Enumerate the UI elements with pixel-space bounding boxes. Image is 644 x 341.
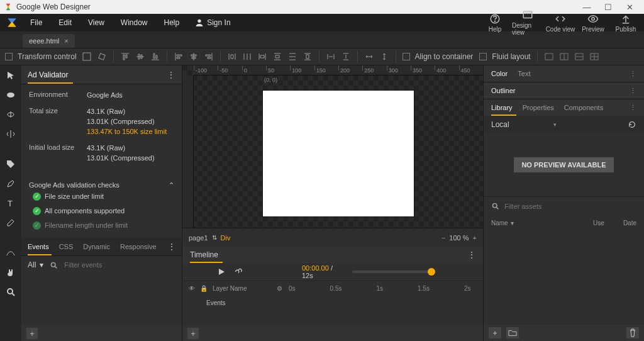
tab-css[interactable]: CSS (59, 243, 74, 250)
zoom-in-button[interactable]: + (473, 234, 477, 242)
menu-edit[interactable]: Edit (51, 18, 79, 27)
loop-button[interactable] (234, 268, 243, 276)
zoom-out-button[interactable]: − (441, 234, 445, 242)
match-height-icon[interactable] (379, 52, 389, 62)
align-top-icon[interactable] (120, 52, 130, 62)
menu-file[interactable]: File (23, 18, 50, 27)
chevron-up-icon: ⌃ (169, 181, 174, 189)
slider-knob[interactable] (428, 268, 435, 276)
menu-help[interactable]: Help (157, 18, 187, 27)
color-menu-icon[interactable]: ⋮ (630, 70, 636, 78)
file-tab[interactable]: eeee.html × (23, 34, 75, 48)
match-width-icon[interactable] (364, 52, 374, 62)
col-use[interactable]: Use (593, 220, 604, 226)
visibility-icon[interactable]: 👁 (189, 285, 195, 292)
distribute-v3-icon[interactable] (303, 52, 313, 62)
tab-components[interactable]: Components (564, 104, 603, 111)
close-window-button[interactable]: ✕ (619, 3, 640, 12)
fluid-layout-checkbox[interactable] (479, 53, 487, 60)
zoom-tool[interactable] (4, 286, 17, 298)
distribute-v2-icon[interactable] (287, 52, 297, 62)
tag-tool[interactable] (4, 158, 17, 170)
tab-properties[interactable]: Properties (523, 104, 554, 111)
play-button[interactable] (218, 268, 225, 276)
preview-button[interactable]: Preview (577, 13, 609, 33)
responsive-4-icon[interactable] (589, 52, 599, 62)
chevron-down-icon[interactable]: ▾ (553, 121, 557, 128)
gear-icon[interactable]: ⚙ (277, 285, 282, 292)
col-name[interactable]: Name (491, 220, 508, 226)
tab-color[interactable]: Color (491, 70, 508, 77)
checks-header[interactable]: Google Ads validation checks ⌃ (29, 181, 174, 189)
close-tab-icon[interactable]: × (64, 37, 68, 45)
transform-rotate-icon[interactable] (97, 52, 107, 62)
page-selector[interactable]: page1 ⇅ Div (189, 234, 230, 242)
transform-checkbox[interactable] (5, 53, 13, 60)
motion-path-tool[interactable] (4, 247, 17, 259)
canvas-viewport[interactable]: -100 -50 0 50 100 150 200 250 300 350 40… (182, 65, 483, 228)
align-vcenter-icon[interactable] (135, 52, 145, 62)
left-lower-menu-icon[interactable]: ⋮ (168, 242, 175, 251)
align-bottom-icon[interactable] (150, 52, 160, 62)
selection-tool[interactable] (4, 69, 17, 82)
responsive-3-icon[interactable] (574, 52, 584, 62)
sort-desc-icon[interactable]: ▾ (511, 220, 514, 226)
events-filter-dropdown[interactable]: All ▾ (28, 260, 43, 269)
distribute-v1-icon[interactable] (272, 52, 282, 62)
spacing-v-icon[interactable] (341, 52, 351, 62)
distribute-h2-icon[interactable] (242, 52, 252, 62)
design-view-button[interactable]: Design view (512, 9, 543, 36)
tab-events[interactable]: Events (28, 243, 49, 250)
pen-tool[interactable] (4, 177, 17, 190)
spacing-h-icon[interactable] (326, 52, 336, 62)
distribute-h3-icon[interactable] (257, 52, 267, 62)
ad-validator-menu-icon[interactable]: ⋮ (167, 70, 175, 80)
3d-rotate-tool[interactable] (4, 108, 17, 121)
menu-window[interactable]: Window (113, 18, 155, 27)
minimize-button[interactable]: — (576, 3, 597, 12)
outliner-title[interactable]: Outliner (491, 87, 516, 94)
paint-tool[interactable] (4, 216, 17, 229)
ellipse-tool[interactable] (4, 89, 17, 101)
new-folder-button[interactable] (506, 327, 519, 338)
outliner-menu-icon[interactable]: ⋮ (630, 87, 636, 95)
add-event-button[interactable]: ＋ (26, 328, 38, 339)
tab-text[interactable]: Text (518, 70, 530, 77)
distribute-h1-icon[interactable] (227, 52, 237, 62)
tab-responsive[interactable]: Responsive (120, 243, 156, 250)
align-hcenter-icon[interactable] (189, 52, 199, 62)
transform-corners-icon[interactable] (82, 52, 92, 62)
timeline-zoom-slider[interactable] (352, 271, 435, 273)
library-menu-icon[interactable]: ⋮ (630, 104, 636, 112)
timeline-row-label: Events (189, 299, 283, 306)
sign-in-button[interactable]: Sign In (188, 18, 236, 28)
align-left-icon[interactable] (174, 52, 184, 62)
lock-icon[interactable]: 🔒 (200, 285, 208, 292)
add-asset-button[interactable]: ＋ (489, 327, 501, 338)
asset-filter-input[interactable] (504, 203, 636, 210)
library-source-label[interactable]: Local (491, 120, 509, 129)
delete-asset-button[interactable] (626, 327, 639, 338)
col-date[interactable]: Date (623, 220, 636, 226)
publish-button[interactable]: Publish (610, 13, 641, 33)
tab-library[interactable]: Library (491, 104, 513, 111)
responsive-1-icon[interactable] (544, 52, 554, 62)
events-filter-input[interactable] (64, 261, 175, 269)
text-tool[interactable]: T (4, 197, 17, 210)
timeline-row[interactable]: Events (182, 296, 483, 310)
tab-dynamic[interactable]: Dynamic (83, 243, 110, 250)
flip-tool[interactable] (4, 128, 17, 140)
stage[interactable] (263, 91, 414, 216)
maximize-button[interactable]: ☐ (597, 3, 619, 12)
align-container-checkbox[interactable] (402, 53, 410, 60)
breadcrumb-div[interactable]: Div (221, 234, 231, 242)
responsive-2-icon[interactable] (559, 52, 569, 62)
refresh-icon[interactable] (628, 120, 636, 129)
code-view-button[interactable]: Code view (545, 13, 576, 33)
align-right-icon[interactable] (204, 52, 214, 62)
timeline-menu-icon[interactable]: ⋮ (468, 250, 475, 259)
help-button[interactable]: Help (479, 13, 511, 33)
hand-tool[interactable] (4, 266, 17, 279)
menu-view[interactable]: View (80, 18, 112, 27)
add-layer-button[interactable]: ＋ (187, 328, 199, 339)
